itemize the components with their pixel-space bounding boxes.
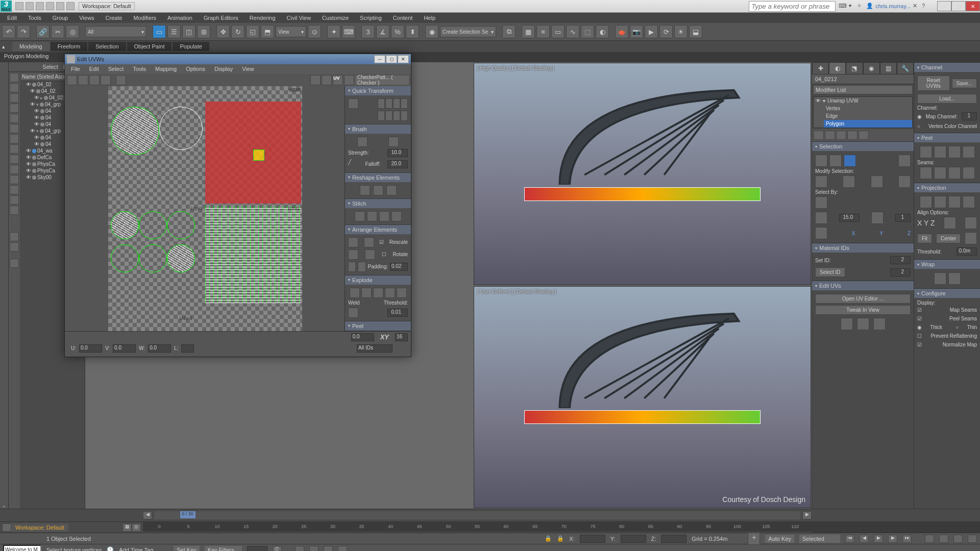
uv-menu-mapping[interactable]: Mapping <box>151 65 181 73</box>
ribbon-tab-populate[interactable]: Populate <box>173 42 209 51</box>
map-channel-spinner[interactable]: 1 <box>962 112 977 120</box>
pack6-icon[interactable] <box>358 262 365 272</box>
maximize-button[interactable]: ◻ <box>951 1 966 11</box>
falloff-spinner[interactable]: 20.0 <box>387 160 408 168</box>
planar-map-icon[interactable] <box>920 196 932 208</box>
qat-undo-icon[interactable] <box>46 2 54 10</box>
uv-menu-view[interactable]: View <box>238 65 258 73</box>
z-field[interactable] <box>661 535 687 543</box>
selectid-button[interactable]: Select ID <box>815 267 845 277</box>
menu-animation[interactable]: Animation <box>162 14 198 22</box>
menu-group[interactable]: Group <box>47 14 74 22</box>
qat-open-icon[interactable] <box>26 2 34 10</box>
uv-w-field[interactable]: 0.0 <box>148 344 171 353</box>
rollup-selection[interactable]: Selection <box>812 142 914 151</box>
rollup-brush[interactable]: Brush <box>345 124 411 134</box>
brush-paint-icon[interactable] <box>357 137 368 147</box>
qt5-icon[interactable] <box>378 111 385 121</box>
pack4-icon[interactable] <box>365 249 375 260</box>
pack3-icon[interactable] <box>348 249 358 260</box>
uv-menu-display[interactable]: Display <box>210 65 237 73</box>
brush-relax-icon[interactable] <box>388 137 399 147</box>
show-result-icon[interactable] <box>825 131 835 140</box>
tweak-in-view-button[interactable]: Tweak In View <box>815 305 911 315</box>
ribbon-tab-freeform[interactable]: Freeform <box>51 42 88 51</box>
menu-views[interactable]: Views <box>74 14 99 22</box>
padding-spinner[interactable]: 0.02 <box>390 263 408 271</box>
undo-icon[interactable]: ↶ <box>2 25 15 38</box>
uv-menu-select[interactable]: Select <box>104 65 128 73</box>
qt6-icon[interactable] <box>385 111 393 121</box>
percent-snap-icon[interactable]: % <box>391 25 404 38</box>
exp3-icon[interactable] <box>373 288 383 298</box>
qt-align-icon[interactable] <box>348 98 358 109</box>
menu-create[interactable]: Create <box>100 14 127 22</box>
seam2-icon[interactable] <box>934 167 946 179</box>
tab-hierarchy-icon[interactable]: ⬔ <box>846 62 863 74</box>
map-channel-radio[interactable]: Map Channel: <box>926 114 958 119</box>
ribbon-tab-modeling[interactable]: Modeling <box>12 42 50 51</box>
smgroup-spinner[interactable]: 1 <box>895 214 911 222</box>
uv-brightness-icon[interactable] <box>344 75 354 85</box>
se-filter1-icon[interactable] <box>10 93 19 103</box>
fit-button[interactable]: Fit <box>917 234 932 243</box>
ribbon-tab-object-paint[interactable]: Object Paint <box>127 42 172 51</box>
uv-v-field[interactable]: 0.0 <box>113 344 136 353</box>
menu-rendering[interactable]: Rendering <box>244 14 281 22</box>
rollup-explode[interactable]: Explode <box>345 276 411 285</box>
ribbon-expand-icon[interactable]: ▴ <box>2 43 11 50</box>
qat-link-icon[interactable] <box>66 2 75 10</box>
reset-uvws-button[interactable]: Reset UVWs <box>917 76 950 91</box>
star2-icon[interactable]: ✧ <box>857 3 864 10</box>
se-lock-icon[interactable] <box>10 73 19 82</box>
spinner-snap-icon[interactable]: ⬍ <box>406 25 419 38</box>
stack-polygon[interactable]: Polygon <box>824 120 912 128</box>
x-field[interactable] <box>580 535 605 543</box>
exp4-icon[interactable] <box>385 288 395 298</box>
falloff-curve-icon[interactable]: ╱ <box>348 159 358 169</box>
object-name-field[interactable]: 04_0212 <box>812 74 914 84</box>
keyboard-icon[interactable]: ⌨ <box>839 3 846 10</box>
uv-island[interactable] <box>159 107 203 150</box>
spherical-map-icon[interactable] <box>948 196 961 208</box>
rollup-peel2[interactable]: Peel <box>914 133 980 142</box>
ref-coord-dropdown[interactable]: View▾ <box>276 26 306 37</box>
se-filter9-icon[interactable] <box>10 175 19 184</box>
goto-end-icon[interactable]: ⏭ <box>902 535 912 543</box>
rotate-check[interactable]: Rotate <box>393 252 408 257</box>
planar-icon[interactable] <box>815 212 827 224</box>
loop-icon[interactable] <box>898 176 911 188</box>
uv-checker1-icon[interactable] <box>310 75 321 85</box>
rotate-icon[interactable]: ↻ <box>231 25 244 38</box>
rollup-wrap[interactable]: Wrap <box>914 260 980 269</box>
workspace-dropdown[interactable]: Workspace: Default <box>79 2 135 10</box>
key-filters-button[interactable]: Key Filters... <box>205 546 242 552</box>
stitch3-icon[interactable] <box>379 211 389 221</box>
search-input[interactable] <box>749 1 836 12</box>
snap-icon[interactable]: 3 <box>361 25 375 38</box>
mirror-icon[interactable]: ⧉ <box>502 25 516 38</box>
rollup-peel[interactable]: Peel <box>345 321 411 331</box>
se-funnel-icon[interactable] <box>10 232 19 241</box>
thin-radio[interactable]: Thin <box>967 324 977 330</box>
modifier-stack[interactable]: 👁▾Unwrap UVW Vertex Edge Polygon <box>813 96 913 128</box>
rollup-material-ids[interactable]: Material IDs <box>812 243 914 253</box>
rollup-edit-uvs[interactable]: Edit UVs <box>812 281 914 290</box>
uv-rotate-icon[interactable] <box>78 75 88 85</box>
rollup-stitch[interactable]: Stitch <box>345 199 411 208</box>
box-map-icon[interactable] <box>963 196 975 208</box>
menu-graph-editors[interactable]: Graph Editors <box>199 14 243 22</box>
se-filter6-icon[interactable] <box>10 144 19 154</box>
user-name[interactable]: chris.murray... <box>875 3 911 9</box>
unlink-icon[interactable]: ✂ <box>51 25 64 38</box>
open-uv-editor-button[interactable]: Open UV Editor ... <box>815 294 911 304</box>
render-production-icon[interactable]: ▶ <box>645 25 658 38</box>
ws-tool2-icon[interactable]: ◎ <box>132 523 141 532</box>
qat-save-icon[interactable] <box>36 2 44 10</box>
peel1-icon[interactable] <box>920 146 932 158</box>
close-session-icon[interactable]: ✕ <box>913 3 920 10</box>
peel4-icon[interactable] <box>963 146 975 158</box>
stack-vertex[interactable]: Vertex <box>824 105 912 112</box>
material-editor-icon[interactable]: ◐ <box>596 25 609 38</box>
rollup-quick-transform[interactable]: Quick Transform <box>345 86 411 95</box>
